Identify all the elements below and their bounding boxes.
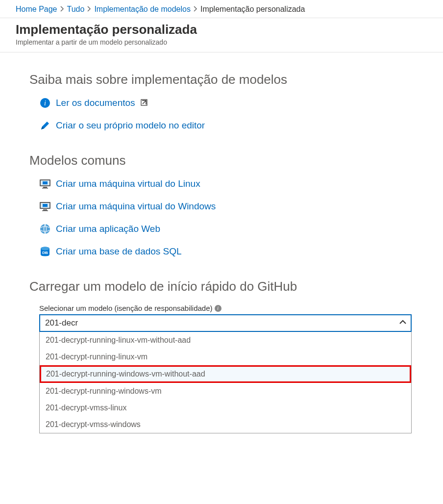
svg-rect-11 xyxy=(42,210,48,211)
create-web-app-link[interactable]: Criar uma aplicação Web xyxy=(56,224,160,234)
database-icon: DB xyxy=(39,246,51,257)
page-title: Implementação personalizada xyxy=(16,22,434,37)
dropdown-option[interactable]: 201-decrypt-vmss-linux xyxy=(40,400,411,416)
link-item-webapp: Criar uma aplicação Web xyxy=(39,223,414,235)
svg-text:i: i xyxy=(44,100,46,107)
learn-links: i Ler os documentos Criar o seu próprio … xyxy=(29,97,414,131)
breadcrumb-home[interactable]: Home Page xyxy=(16,5,57,14)
external-link-icon xyxy=(141,99,148,107)
page-subtitle: Implementar a partir de um modelo person… xyxy=(16,38,434,46)
section-github-title: Carregar um modelo de início rápido do G… xyxy=(29,279,414,294)
monitor-vm-icon xyxy=(39,178,51,190)
section-common-title: Modelos comuns xyxy=(29,153,414,168)
info-icon: i xyxy=(39,97,51,109)
globe-icon xyxy=(39,223,51,235)
breadcrumb-templates[interactable]: Implementação de modelos xyxy=(94,5,191,14)
create-linux-vm-link[interactable]: Criar uma máquina virtual do Linux xyxy=(56,178,200,189)
breadcrumb-all[interactable]: Tudo xyxy=(67,5,85,14)
link-item-winvm: Criar uma máquina virtual do Windows xyxy=(39,201,414,212)
link-label: Ler os documentos xyxy=(56,98,135,108)
chevron-right-icon xyxy=(60,6,64,13)
page-header: Implementação personalizada Implementar … xyxy=(0,18,443,52)
chevron-right-icon xyxy=(194,6,197,13)
svg-rect-7 xyxy=(43,181,48,184)
create-windows-vm-link[interactable]: Criar uma máquina virtual do Windows xyxy=(56,201,216,212)
svg-point-15 xyxy=(41,247,49,251)
breadcrumb-current: Implementação personalizada xyxy=(200,5,305,14)
monitor-vm-icon xyxy=(39,201,51,212)
dropdown-option[interactable]: 201-decrypt-vmss-windows xyxy=(40,416,411,433)
link-item-linuxvm: Criar uma máquina virtual do Linux xyxy=(39,178,414,190)
template-dropdown: 201-decrypt-running-linux-vm-without-aad… xyxy=(39,332,412,433)
svg-text:DB: DB xyxy=(42,251,48,255)
svg-rect-5 xyxy=(43,187,47,188)
main-content: Saiba mais sobre implementação de modelo… xyxy=(0,52,443,453)
build-editor-link[interactable]: Criar o seu próprio modelo no editor xyxy=(56,120,205,131)
create-sql-db-link[interactable]: Criar uma base de dados SQL xyxy=(56,246,182,257)
svg-rect-10 xyxy=(43,209,47,210)
dropdown-option[interactable]: 201-decrypt-running-linux-vm xyxy=(40,349,411,365)
dropdown-option[interactable]: 201-decrypt-running-windows-vm xyxy=(40,383,411,400)
svg-rect-12 xyxy=(43,204,48,207)
link-item-editor: Criar o seu próprio modelo no editor xyxy=(39,120,414,131)
chevron-right-icon xyxy=(87,6,91,13)
template-search-input[interactable] xyxy=(39,314,412,332)
common-links: Criar uma máquina virtual do Linux Criar… xyxy=(29,178,414,257)
pencil-icon xyxy=(39,120,51,131)
breadcrumb: Home Page Tudo Implementação de modelos … xyxy=(0,0,443,18)
read-docs-link[interactable]: Ler os documentos xyxy=(56,98,148,108)
svg-rect-6 xyxy=(42,188,48,189)
label-text: Selecionar um modelo (isenção de respons… xyxy=(39,304,213,312)
svg-point-13 xyxy=(40,224,50,234)
template-combobox[interactable] xyxy=(39,314,412,332)
link-item-docs: i Ler os documentos xyxy=(39,97,414,109)
link-item-sqldb: DB Criar uma base de dados SQL xyxy=(39,246,414,257)
info-icon[interactable]: i xyxy=(215,305,222,312)
template-select-label: Selecionar um modelo (isenção de respons… xyxy=(39,304,414,312)
dropdown-option[interactable]: 201-decrypt-running-windows-vm-without-a… xyxy=(40,365,411,383)
dropdown-option[interactable]: 201-decrypt-running-linux-vm-without-aad xyxy=(40,332,411,349)
section-learn-title: Saiba mais sobre implementação de modelo… xyxy=(29,72,414,87)
